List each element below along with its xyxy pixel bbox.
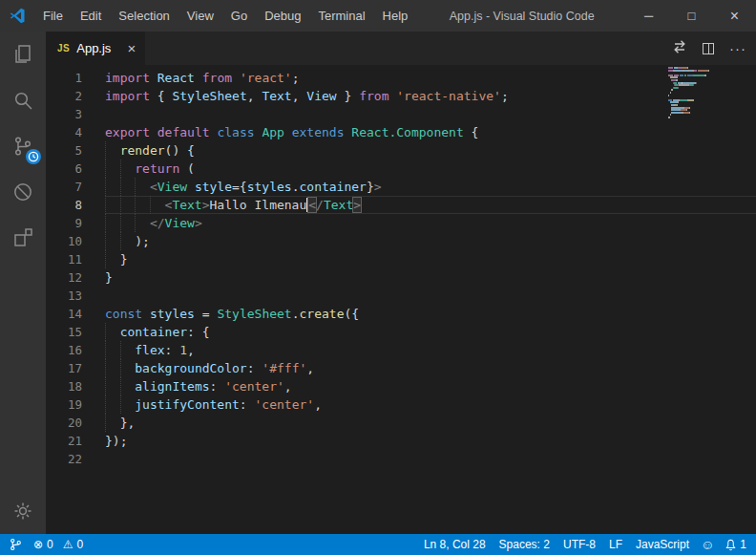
status-right-items: Ln 8, Col 28Spaces: 2UTF-8LFJavaScript bbox=[424, 538, 689, 551]
code-line[interactable]: 21}); bbox=[46, 432, 756, 450]
line-number: 3 bbox=[46, 105, 105, 123]
menu-item-debug[interactable]: Debug bbox=[256, 0, 309, 32]
eol-indicator[interactable]: LF bbox=[609, 538, 622, 551]
search-icon[interactable] bbox=[0, 77, 46, 123]
problems-indicator[interactable]: ⊗ 0 ⚠ 0 bbox=[33, 538, 83, 551]
line-number: 16 bbox=[46, 341, 105, 359]
line-number: 19 bbox=[46, 395, 105, 414]
activity-bar bbox=[0, 32, 46, 534]
settings-gear-icon[interactable] bbox=[0, 488, 46, 534]
menu-item-help[interactable]: Help bbox=[374, 0, 417, 32]
code-editor[interactable]: 1import React from 'react';2import { Sty… bbox=[46, 65, 756, 534]
close-button[interactable]: × bbox=[713, 0, 756, 32]
line-number: 6 bbox=[46, 160, 105, 178]
code-line[interactable]: 7<View style={styles.container}> bbox=[46, 178, 756, 196]
indentation-indicator[interactable]: Spaces: 2 bbox=[499, 538, 550, 551]
code-line[interactable]: 12} bbox=[46, 268, 756, 287]
line-number: 15 bbox=[46, 323, 105, 341]
line-number: 1 bbox=[46, 69, 105, 87]
line-number: 11 bbox=[46, 250, 105, 268]
title-bar: FileEditSelectionViewGoDebugTerminalHelp… bbox=[0, 0, 756, 32]
tab-bar: JS App.js × ··· bbox=[46, 32, 756, 65]
feedback-smiley-icon[interactable]: ☺ bbox=[701, 537, 714, 552]
tab-appjs[interactable]: JS App.js × bbox=[46, 32, 145, 65]
error-count: 0 bbox=[47, 538, 53, 551]
line-number: 17 bbox=[46, 359, 105, 377]
line-number: 14 bbox=[46, 305, 105, 323]
menu-item-file[interactable]: File bbox=[34, 0, 72, 32]
code-line[interactable]: 9</View> bbox=[46, 214, 756, 232]
line-number: 2 bbox=[46, 87, 105, 105]
code-line[interactable]: 3 bbox=[46, 105, 756, 123]
code-line[interactable]: 15container: { bbox=[46, 323, 756, 341]
compare-changes-icon[interactable] bbox=[672, 39, 687, 58]
menu-item-selection[interactable]: Selection bbox=[110, 0, 178, 32]
explorer-icon[interactable] bbox=[0, 32, 46, 77]
editor-group: JS App.js × ··· 1import React from 'reac… bbox=[46, 32, 756, 534]
line-number: 8 bbox=[46, 196, 105, 214]
line-number: 7 bbox=[46, 178, 105, 196]
line-number: 22 bbox=[46, 450, 105, 468]
line-number: 20 bbox=[46, 414, 105, 432]
code-line[interactable]: 2import { StyleSheet, Text, View } from … bbox=[46, 87, 756, 105]
code-line[interactable]: 16flex: 1, bbox=[46, 341, 756, 359]
maximize-button[interactable]: □ bbox=[670, 0, 713, 32]
status-bar: ⊗ 0 ⚠ 0 Ln 8, Col 28Spaces: 2UTF-8LFJava… bbox=[0, 534, 756, 555]
window-controls: ─ □ × bbox=[627, 0, 756, 32]
window-title: App.js - Visual Studio Code bbox=[416, 10, 627, 23]
warning-count: 0 bbox=[77, 538, 84, 551]
code-line[interactable]: 22 bbox=[46, 450, 756, 468]
extensions-icon[interactable] bbox=[0, 215, 46, 261]
menu-item-go[interactable]: Go bbox=[222, 0, 256, 32]
code-line[interactable]: 18alignItems: 'center', bbox=[46, 377, 756, 395]
menubar: FileEditSelectionViewGoDebugTerminalHelp bbox=[34, 0, 416, 32]
language-indicator[interactable]: JavaScript bbox=[636, 538, 689, 551]
minimize-button[interactable]: ─ bbox=[627, 0, 670, 32]
line-number: 10 bbox=[46, 232, 105, 250]
status-right: Ln 8, Col 28Spaces: 2UTF-8LFJavaScript ☺… bbox=[424, 534, 746, 555]
line-number: 13 bbox=[46, 287, 105, 305]
code-line[interactable]: 11} bbox=[46, 250, 756, 268]
line-number: 21 bbox=[46, 432, 105, 450]
more-actions-icon[interactable]: ··· bbox=[729, 41, 746, 55]
javascript-file-icon: JS bbox=[57, 43, 70, 53]
code-line[interactable]: 6return ( bbox=[46, 160, 756, 178]
menu-item-view[interactable]: View bbox=[178, 0, 222, 32]
code-line[interactable]: 13 bbox=[46, 287, 756, 305]
menu-item-edit[interactable]: Edit bbox=[72, 0, 110, 32]
git-branch-icon[interactable] bbox=[10, 538, 22, 551]
cursor-position-indicator[interactable]: Ln 8, Col 28 bbox=[424, 538, 486, 551]
source-control-icon[interactable] bbox=[0, 123, 46, 169]
error-icon: ⊗ bbox=[33, 538, 43, 551]
line-number: 18 bbox=[46, 377, 105, 395]
encoding-indicator[interactable]: UTF-8 bbox=[563, 538, 596, 551]
notification-count: 1 bbox=[740, 538, 746, 551]
code-line[interactable]: 5render() { bbox=[46, 141, 756, 160]
minimap[interactable] bbox=[668, 67, 712, 121]
line-number: 5 bbox=[46, 141, 105, 160]
code-line[interactable]: 4export default class App extends React.… bbox=[46, 123, 756, 141]
warning-icon: ⚠ bbox=[63, 538, 74, 551]
line-number: 4 bbox=[46, 123, 105, 141]
code-line[interactable]: 17backgroundColor: '#fff', bbox=[46, 359, 756, 377]
line-number: 12 bbox=[46, 268, 105, 287]
editor-actions: ··· bbox=[672, 32, 746, 65]
code-lines: 1import React from 'react';2import { Sty… bbox=[46, 69, 756, 468]
status-left: ⊗ 0 ⚠ 0 bbox=[10, 534, 83, 555]
vscode-logo-icon bbox=[0, 8, 34, 24]
split-editor-icon[interactable] bbox=[703, 43, 714, 54]
code-line[interactable]: 14const styles = StyleSheet.create({ bbox=[46, 305, 756, 323]
tab-close-icon[interactable]: × bbox=[127, 41, 136, 55]
notifications-indicator[interactable]: 1 bbox=[725, 538, 746, 551]
line-number: 9 bbox=[46, 214, 105, 232]
code-line[interactable]: 8<Text>Hallo Ilmenau</Text> bbox=[46, 196, 756, 214]
menu-item-terminal[interactable]: Terminal bbox=[309, 0, 373, 32]
tab-label: App.js bbox=[76, 41, 111, 55]
code-line[interactable]: 20}, bbox=[46, 414, 756, 432]
code-line[interactable]: 1import React from 'react'; bbox=[46, 69, 756, 87]
code-line[interactable]: 19justifyContent: 'center', bbox=[46, 395, 756, 414]
bell-icon bbox=[725, 539, 736, 551]
code-line[interactable]: 10); bbox=[46, 232, 756, 250]
debug-icon[interactable] bbox=[0, 169, 46, 215]
main-area: JS App.js × ··· 1import React from 'reac… bbox=[0, 32, 756, 534]
